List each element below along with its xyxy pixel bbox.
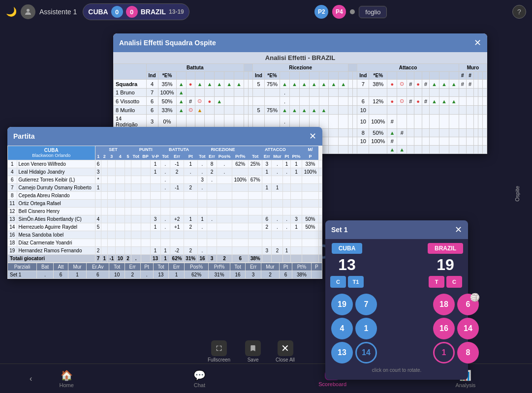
brazil-score: 19 [436, 256, 455, 274]
cuba-player-6[interactable]: 14 [355, 342, 377, 363]
mur-i2: # [466, 72, 473, 80]
table-row: 12Bell Cisnero Henry [8, 207, 322, 215]
close-all-icon: ✕ [278, 340, 293, 356]
attacco-group-header: ATTACCO [249, 146, 302, 153]
cuba-btn-row: C T1 [330, 276, 364, 288]
ricezione-group-header: RICEZIONE [197, 146, 249, 153]
cuba-player-3[interactable]: 4 [331, 318, 353, 339]
bat-ind: Ind [146, 72, 158, 80]
parziali-table: Parziali Bat Att Mur Er.Av Tot Err Pt To… [7, 263, 322, 279]
ric-tot-header: Tot [197, 153, 207, 160]
help-button[interactable]: ? [512, 5, 526, 19]
cuba-player-5[interactable]: 13 [331, 342, 353, 363]
brazil-player-5[interactable]: 1 [433, 342, 455, 363]
assistant-name: Assistente 1 [39, 8, 77, 16]
nav-collapse-button[interactable]: ‹ [30, 374, 32, 383]
mur-i5 [483, 72, 487, 80]
pt-extra-header: P [302, 153, 318, 160]
table-row: 6Gutierrez Torres Keibir (L)*.3.100%67% [8, 176, 322, 183]
cuba-team-button[interactable]: CUBA [332, 243, 363, 254]
nav-chat[interactable]: 💬 Chat [133, 369, 266, 388]
partita-close-button[interactable]: ✕ [309, 131, 316, 142]
team2-name: BRAZIL [141, 8, 166, 16]
set1-close-button[interactable]: ✕ [455, 224, 462, 235]
close-all-button[interactable]: ✕ Close All [276, 340, 295, 363]
att-err-header: Err [262, 153, 271, 160]
partita-table: CUBA Blackwoon Orlando SET PUNTI BATTUTA… [7, 146, 322, 263]
vp-header: V-P [150, 153, 160, 160]
p4-badge: P4 [332, 5, 346, 19]
svg-point-0 [27, 9, 30, 12]
cuba-player-1[interactable]: 19 [331, 294, 353, 315]
brazil-player-1[interactable]: 18 [433, 294, 455, 315]
table-row: 16Mesa Sandoba Iobel [8, 231, 322, 239]
save-button[interactable]: Save [245, 340, 261, 363]
cuba-t1-button[interactable]: T1 [348, 276, 364, 288]
table-row: 19Hernandez Ramos Fernando211-22.321 [8, 246, 322, 254]
foglio-button[interactable]: foglio [359, 6, 387, 18]
cuba-player-2[interactable]: 7 [355, 294, 377, 315]
cuba-score: 13 [337, 256, 357, 274]
cuba-team-header: CUBA Blackwoon Orlando [8, 146, 95, 160]
col-spacer2 [348, 64, 357, 72]
att-i5 [422, 72, 429, 80]
cuba-court: 19 7 4 1 13 14 [329, 292, 403, 365]
chat-icon: 💬 [193, 369, 206, 381]
set-1-header: 1 [95, 153, 101, 160]
totali-row: Totali giocatori 71-1102.13162%31%163263… [8, 254, 322, 262]
table-row: 6 Vissotto 650% ▲#⊙●▲ . 612% ●⊙#●#▲▲▲ [114, 97, 487, 106]
ric-pos-header: Pos% [217, 153, 232, 160]
ric-i6 [329, 72, 339, 80]
home-icon: 🏠 [61, 369, 73, 381]
bp-header: BP [141, 153, 150, 160]
set-5-header: 5 [125, 153, 131, 160]
ric-i2 [289, 72, 299, 80]
brazil-t-button[interactable]: T [429, 276, 444, 288]
muro-group-header: M/ [302, 146, 318, 153]
analisi-close-button[interactable]: ✕ [474, 37, 481, 48]
ric-prf-header: Prf% [232, 153, 249, 160]
cuba-player-4[interactable]: 1 [355, 318, 377, 339]
bat-pct: *E% [158, 72, 176, 80]
court-area: 19 7 4 1 13 14 18 6🏐 [325, 292, 468, 365]
moon-icon[interactable]: 🌙 [6, 6, 17, 17]
att-i3 [407, 72, 414, 80]
brazil-team-button[interactable]: BRAZIL [428, 243, 463, 254]
col-attacco: Attacco [357, 64, 459, 72]
mur-i4 [478, 72, 483, 80]
brazil-player-4[interactable]: 14 [457, 318, 479, 339]
col-squadra [114, 64, 147, 80]
bat-i7 [234, 72, 244, 80]
set1-title: Set 1 [331, 226, 347, 234]
set1-modal: Set 1 ✕ CUBA 13 C T1 BRAZIL 19 T C [325, 220, 468, 380]
bat-i5 [215, 72, 224, 80]
table-row: Squadra 435% ▲●▲▲▲▲▲ 575% ▲▲▲▲▲▲▲ 738% ●… [114, 80, 487, 89]
brazil-c-button[interactable]: C [446, 276, 462, 288]
brazil-player-6[interactable]: 8 [457, 342, 479, 363]
cuba-c-button[interactable]: C [330, 276, 346, 288]
att-mur-header: Mur [272, 153, 283, 160]
brazil-court: 18 6🏐 16 14 1 8 [407, 292, 481, 365]
sp2-1 [348, 72, 353, 80]
analisi-subtitle: Analisi Effetti - BRAZIL [113, 52, 487, 63]
brazil-player-2[interactable]: 6🏐 [457, 294, 479, 315]
avatar [21, 4, 35, 19]
analisi-header: Analisi Effetti Squadra Ospite ✕ [113, 33, 487, 52]
col-battuta: Battuta [146, 64, 244, 72]
ric-i5 [319, 72, 329, 80]
att-i4 [414, 72, 422, 80]
set-4-header: 4 [116, 153, 125, 160]
nav-home[interactable]: 🏠 Home [0, 369, 133, 388]
att-ind: Ind [357, 72, 369, 80]
fullscreen-button[interactable]: Fullscreen [208, 340, 230, 363]
top-bar: 🌙 Assistente 1 CUBA 0 0 BRAZIL 13-19 P2 … [0, 0, 532, 24]
brazil-player-3[interactable]: 16 [433, 318, 455, 339]
tot-header: Tot [131, 153, 141, 160]
right-sidebar: Ospite [502, 24, 532, 363]
table-row: 18Díaz Carmenate Yoandri [8, 239, 322, 246]
score1: 0 [111, 6, 123, 18]
brazil-btn-row: T C [429, 276, 462, 288]
bat-i3 [195, 72, 205, 80]
bat-i2 [186, 72, 195, 80]
court-spacer [379, 294, 401, 315]
